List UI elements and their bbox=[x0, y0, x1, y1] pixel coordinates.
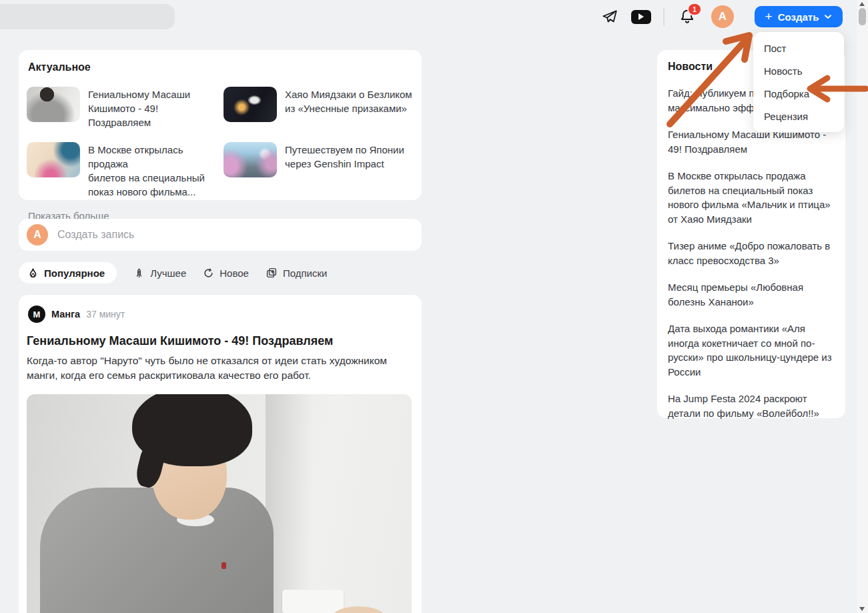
notifications-button[interactable]: 1 bbox=[678, 7, 697, 26]
tab-label: Новое bbox=[220, 267, 249, 279]
create-post-composer[interactable]: A Создать запись bbox=[19, 219, 422, 251]
tab-label: Подписки bbox=[283, 267, 328, 279]
news-link-label: Путешествуем по Японии через Genshin Imp… bbox=[285, 142, 404, 199]
photo-person-sweater bbox=[40, 488, 274, 613]
feed-tabs: Популярное Лучшее Новое bbox=[19, 262, 327, 283]
news-link[interactable]: Тизер аниме «Добро пожаловать в класс пр… bbox=[668, 239, 836, 267]
page: 1 A + Создать Пост Новость Подборка Реце… bbox=[0, 0, 868, 613]
scrollbar-down-arrow[interactable] bbox=[859, 607, 865, 611]
community-link[interactable]: Манга bbox=[51, 309, 80, 320]
tab-label: Популярное bbox=[44, 267, 105, 279]
trending-item[interactable]: Хаяо Миядзаки о Безликом из «Унеснные пр… bbox=[224, 87, 412, 129]
topbar: 1 A bbox=[600, 0, 750, 33]
trending-item[interactable]: Путешествуем по Японии через Genshin Imp… bbox=[224, 142, 412, 199]
scrollbar-up-arrow[interactable] bbox=[859, 2, 865, 6]
notification-badge: 1 bbox=[687, 3, 702, 16]
news-link-label: В Москве открылась продажа билетов на сп… bbox=[88, 142, 215, 199]
post-header: М Манга 37 минут bbox=[28, 305, 422, 323]
trending-item[interactable]: В Москве открылась продажа билетов на сп… bbox=[27, 142, 215, 199]
news-thumbnail bbox=[27, 142, 80, 177]
menu-item-review[interactable]: Рецензия bbox=[753, 105, 844, 127]
subscriptions-icon bbox=[266, 267, 277, 278]
page-scrollbar[interactable] bbox=[857, 0, 868, 613]
trending-item[interactable]: Гениальному Масаши Кишимото - 49! Поздра… bbox=[27, 87, 215, 129]
flame-icon bbox=[28, 268, 38, 278]
news-link[interactable]: В Москве открылась продажа билетов на сп… bbox=[668, 169, 836, 226]
telegram-icon[interactable] bbox=[600, 7, 619, 26]
menu-item-news[interactable]: Новость bbox=[753, 59, 844, 82]
plus-icon: + bbox=[765, 10, 773, 23]
tab-best[interactable]: Лучшее bbox=[134, 262, 186, 283]
scrollbar-thumb[interactable] bbox=[859, 8, 866, 25]
create-menu: Пост Новость Подборка Рецензия bbox=[753, 32, 844, 132]
post-timestamp: 37 минут bbox=[86, 309, 125, 320]
post-body: Когда-то автор "Наруто" чуть было не отк… bbox=[27, 354, 411, 383]
trending-card: Актуальное Гениальному Масаши Кишимото -… bbox=[19, 50, 422, 200]
news-link-label: Гениальному Масаши Кишимото - 49! Поздра… bbox=[88, 87, 215, 129]
news-link[interactable]: Месяц премьеры «Любовная болезнь Хананои… bbox=[668, 280, 836, 309]
tab-popular[interactable]: Популярное bbox=[19, 262, 117, 283]
photo-desk-device bbox=[282, 590, 344, 613]
user-avatar: A bbox=[27, 224, 48, 245]
composer-placeholder: Создать запись bbox=[57, 229, 134, 241]
youtube-icon[interactable] bbox=[631, 10, 651, 24]
create-button-label: Создать bbox=[778, 11, 819, 23]
news-thumbnail bbox=[224, 142, 277, 177]
topbar-divider bbox=[663, 7, 665, 26]
news-link-label: Хаяо Миядзаки о Безликом из «Унеснные пр… bbox=[285, 87, 412, 129]
news-thumbnail bbox=[27, 87, 80, 122]
user-avatar[interactable]: A bbox=[711, 5, 734, 28]
tab-new[interactable]: Новое bbox=[203, 262, 249, 283]
create-button[interactable]: + Создать bbox=[755, 6, 843, 27]
search-input[interactable] bbox=[0, 4, 175, 29]
news-link[interactable]: На Jump Festa 2024 раскроют детали по фи… bbox=[668, 392, 836, 420]
tab-subscriptions[interactable]: Подписки bbox=[266, 262, 328, 283]
menu-item-post[interactable]: Пост bbox=[753, 37, 844, 59]
refresh-icon bbox=[203, 268, 213, 278]
photo-polo-logo bbox=[222, 562, 226, 569]
community-avatar[interactable]: М bbox=[28, 305, 45, 323]
post-card: М Манга 37 минут Гениальному Масаши Киши… bbox=[19, 295, 422, 613]
trending-grid: Гениальному Масаши Кишимото - 49! Поздра… bbox=[27, 87, 422, 199]
menu-item-collection[interactable]: Подборка bbox=[753, 82, 844, 105]
trending-title: Актуальное bbox=[28, 61, 422, 73]
news-thumbnail bbox=[224, 87, 277, 122]
post-photo[interactable] bbox=[27, 394, 412, 613]
tab-label: Лучшее bbox=[150, 267, 186, 279]
rocket-icon bbox=[134, 268, 144, 278]
chevron-down-icon bbox=[824, 13, 832, 21]
post-title[interactable]: Гениальному Масаши Кишимото - 49! Поздра… bbox=[27, 334, 412, 348]
news-link[interactable]: Дата выхода романтики «Аля иногда кокетн… bbox=[668, 322, 836, 379]
